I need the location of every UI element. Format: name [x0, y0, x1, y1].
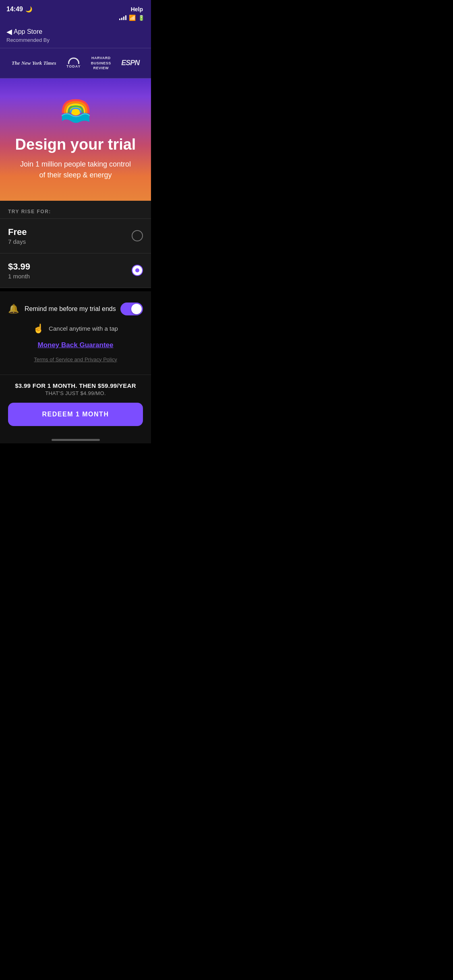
plan-monthly[interactable]: $3.99 1 month [0, 253, 151, 288]
nav-subtitle: Recommended By [6, 37, 145, 43]
plan-monthly-radio[interactable] [132, 265, 143, 276]
home-indicator [0, 434, 151, 443]
price-main-text: $3.99 FOR 1 MONTH. THEN $59.99/YEAR [8, 382, 143, 389]
back-button[interactable]: ◀ App Store [6, 27, 145, 36]
reminder-row: 🔔 Remind me before my trial ends [8, 303, 143, 315]
espn-logo: ESPN [121, 59, 139, 67]
reminder-toggle[interactable] [120, 303, 143, 315]
time-display: 14:49 [6, 6, 23, 13]
reminder-left: 🔔 Remind me before my trial ends [8, 304, 116, 314]
back-label: App Store [14, 28, 42, 35]
price-sub-text: THAT'S JUST $4.99/MO. [8, 390, 143, 396]
hbr-logo: HarvardBusinessReview [91, 56, 111, 71]
battery-icon: 🔋 [138, 15, 145, 21]
plan-free[interactable]: Free 7 days [0, 218, 151, 253]
signal-icon [119, 15, 126, 20]
plan-section: TRY RISE FOR: Free 7 days $3.99 1 month [0, 201, 151, 288]
recommended-bar: The New York Times TODAY HarvardBusiness… [0, 48, 151, 78]
bell-icon: 🔔 [8, 304, 19, 314]
status-right: Help [131, 6, 145, 12]
hero-title: Design your trial [8, 136, 143, 153]
status-bar: 14:49 🌙 Help 📶 🔋 [0, 0, 151, 25]
bottom-cta: $3.99 FOR 1 MONTH. THEN $59.99/YEAR THAT… [0, 375, 151, 434]
cancel-row: ☝️ Cancel anytime with a tap [8, 323, 143, 334]
plan-free-duration: 7 days [8, 238, 27, 245]
plan-monthly-price: $3.99 [8, 261, 30, 272]
nav-bar: ◀ App Store Recommended By [0, 25, 151, 48]
redeem-button[interactable]: REDEEM 1 MONTH [8, 403, 143, 426]
home-bar [52, 439, 100, 441]
help-label: Help [131, 6, 143, 12]
today-logo: TODAY [66, 58, 81, 68]
nyt-logo: The New York Times [12, 60, 56, 66]
app-logo [60, 95, 92, 127]
plan-free-info: Free 7 days [8, 227, 27, 245]
price-summary: $3.99 FOR 1 MONTH. THEN $59.99/YEAR THAT… [8, 382, 143, 396]
cancel-text: Cancel anytime with a tap [49, 325, 118, 332]
plan-monthly-info: $3.99 1 month [8, 261, 30, 280]
back-arrow-icon: ◀ [6, 27, 12, 36]
moon-icon: 🌙 [25, 6, 32, 12]
plan-free-radio[interactable] [132, 230, 143, 241]
try-label: TRY RISE FOR: [0, 201, 151, 218]
status-left: 14:49 🌙 [6, 6, 32, 13]
wifi-icon: 📶 [129, 14, 136, 21]
money-back-link[interactable]: Money Back Guarantee [8, 341, 143, 349]
reminder-section: 🔔 Remind me before my trial ends ☝️ Canc… [0, 288, 151, 375]
hero-subtitle: Join 1 million people taking control of … [19, 159, 132, 181]
plan-free-price: Free [8, 227, 27, 237]
plan-monthly-duration: 1 month [8, 273, 30, 280]
radio-inner-dot [135, 268, 139, 272]
hand-icon: ☝️ [33, 323, 44, 334]
hero-section: Design your trial Join 1 million people … [0, 78, 151, 201]
toggle-knob [131, 304, 142, 314]
tos-link[interactable]: Terms of Service and Privacy Policy [8, 356, 143, 362]
reminder-text: Remind me before my trial ends [25, 305, 116, 313]
